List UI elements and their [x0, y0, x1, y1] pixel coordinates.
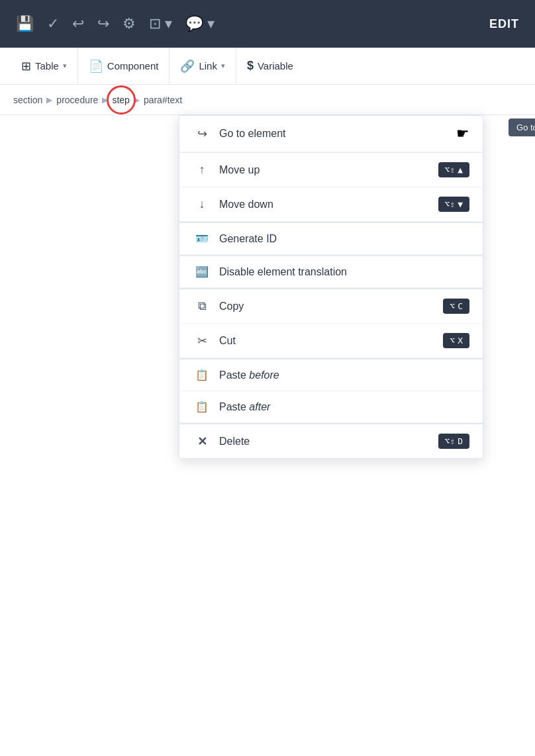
- variable-menu[interactable]: $ Variable: [236, 48, 304, 84]
- move-up-icon: [193, 163, 211, 177]
- component-label: Component: [107, 60, 159, 71]
- generate-id-label: Generate ID: [219, 233, 469, 245]
- move-up-label: Move up: [219, 164, 438, 176]
- top-toolbar: 💾 ✓ ↩ ↪ ⚙ ⊡ ▾ 💬 ▾ EDIT: [0, 0, 535, 48]
- paste-after-label: Paste after: [219, 401, 469, 413]
- breadcrumb-arrow-3: ▶: [134, 95, 140, 105]
- delete-label: Delete: [219, 436, 438, 448]
- tooltip: Go to the element.: [509, 118, 535, 136]
- component-icon: 📄: [89, 59, 103, 73]
- link-caret: ▾: [221, 62, 225, 70]
- go-to-element-item[interactable]: Go to element ☛ Go to the element.: [179, 116, 483, 152]
- save-icon[interactable]: 💾: [16, 15, 34, 32]
- breadcrumb-procedure[interactable]: procedure: [56, 95, 98, 105]
- breadcrumb: section ▶ procedure ▶ step ▶ para#text: [0, 85, 535, 115]
- move-down-item[interactable]: Move down ⌥⇧▼: [179, 187, 483, 222]
- frame-icon[interactable]: ⊡ ▾: [149, 15, 172, 32]
- table-icon: ⊞: [21, 59, 31, 73]
- breadcrumb-arrow-2: ▶: [102, 95, 108, 105]
- disable-translation-item[interactable]: 🔤 Disable element translation: [179, 256, 483, 288]
- table-label: Table: [35, 60, 59, 71]
- disable-translation-label: Disable element translation: [219, 266, 469, 278]
- breadcrumb-para[interactable]: para#text: [144, 95, 182, 105]
- edit-label: EDIT: [489, 17, 519, 31]
- copy-icon: [193, 299, 211, 313]
- context-menu: Go to element ☛ Go to the element. Move …: [179, 115, 483, 459]
- table-caret: ▾: [63, 62, 67, 70]
- move-up-item[interactable]: Move up ⌥⇧▲: [179, 153, 483, 187]
- variable-label: Variable: [258, 60, 293, 71]
- go-to-element-icon: [193, 126, 211, 141]
- table-menu[interactable]: ⊞ Table ▾: [11, 48, 78, 84]
- step-text: step: [112, 95, 129, 105]
- copy-item[interactable]: Copy ⌥C: [179, 289, 483, 324]
- delete-icon: [193, 434, 211, 449]
- copy-shortcut: ⌥C: [443, 299, 469, 314]
- generate-id-icon: 🪪: [193, 232, 211, 245]
- check-icon[interactable]: ✓: [47, 15, 59, 32]
- move-down-shortcut: ⌥⇧▼: [438, 197, 469, 212]
- gear-icon[interactable]: ⚙: [122, 15, 136, 32]
- redo-icon[interactable]: ↪: [97, 15, 109, 32]
- breadcrumb-step[interactable]: step: [112, 95, 129, 105]
- main-content: Go to element ☛ Go to the element. Move …: [0, 115, 535, 756]
- cut-item[interactable]: Cut ⌥X: [179, 324, 483, 358]
- copy-label: Copy: [219, 301, 443, 312]
- component-menu[interactable]: 📄 Component: [78, 48, 170, 84]
- cursor-hand-icon: ☛: [456, 125, 469, 142]
- paste-after-item[interactable]: Paste after: [179, 391, 483, 423]
- link-icon: 🔗: [180, 59, 195, 73]
- paste-before-item[interactable]: Paste before: [179, 359, 483, 391]
- translate-icon: 🔤: [193, 265, 211, 278]
- move-up-shortcut: ⌥⇧▲: [438, 162, 469, 177]
- paste-after-icon: [193, 401, 211, 413]
- link-label: Link: [199, 60, 217, 71]
- delete-item[interactable]: Delete ⌥⇧D: [179, 424, 483, 458]
- cut-shortcut: ⌥X: [443, 333, 469, 348]
- link-menu[interactable]: 🔗 Link ▾: [170, 48, 236, 84]
- cut-icon: [193, 334, 211, 348]
- move-down-icon: [193, 197, 211, 211]
- generate-id-item[interactable]: 🪪 Generate ID: [179, 223, 483, 255]
- delete-shortcut: ⌥⇧D: [438, 434, 469, 449]
- breadcrumb-section[interactable]: section: [13, 95, 42, 105]
- paste-before-icon: [193, 369, 211, 381]
- second-toolbar: ⊞ Table ▾ 📄 Component 🔗 Link ▾ $ Variabl…: [0, 48, 535, 85]
- undo-icon[interactable]: ↩: [72, 15, 84, 32]
- breadcrumb-arrow-1: ▶: [46, 95, 52, 105]
- chat-icon[interactable]: 💬 ▾: [185, 15, 215, 32]
- go-to-element-label: Go to element: [219, 128, 450, 140]
- move-down-label: Move down: [219, 199, 438, 211]
- toolbar-left-icons: 💾 ✓ ↩ ↪ ⚙ ⊡ ▾ 💬 ▾: [16, 15, 215, 32]
- paste-before-label: Paste before: [219, 369, 469, 381]
- cut-label: Cut: [219, 335, 443, 347]
- variable-icon: $: [247, 59, 254, 73]
